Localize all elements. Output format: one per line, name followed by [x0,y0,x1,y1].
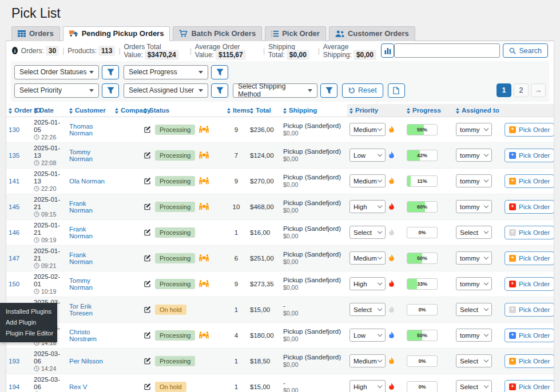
customer-link[interactable]: Thomas Norman [69,123,93,137]
col-status[interactable]: Status [141,104,225,117]
pick-order-button[interactable]: +Pick Order [505,200,554,214]
edit-order-icon[interactable] [144,126,151,133]
edit-order-icon[interactable] [144,383,151,390]
priority-select[interactable]: Medium [349,174,386,187]
col-order-id[interactable]: Order ID [6,104,31,117]
menu-item-add-plugin[interactable]: Add Plugin [0,317,57,328]
order-id-link[interactable]: 146 [9,229,19,236]
priority-select[interactable]: Select [349,226,386,239]
customer-link[interactable]: Frank Norman [69,226,93,239]
menu-item-installed-plugins[interactable]: Installed Plugins [0,306,57,317]
assigned-user-select[interactable]: Select [456,226,492,239]
edit-order-icon[interactable] [144,357,151,365]
tab-pending-pickup-orders[interactable]: Pending Pickup Orders [63,26,170,41]
next-page-button[interactable]: → [531,83,546,97]
customer-link[interactable]: Rex V [69,383,87,390]
pick-order-button[interactable]: +Pick Order [505,329,554,342]
customer-link[interactable]: Ola Norman [69,178,105,185]
edit-order-icon[interactable] [144,331,151,339]
priority-select[interactable]: Medium [349,354,386,367]
col-shipping[interactable]: Shipping [281,104,347,117]
select-priority-select[interactable]: Select Priority [14,83,99,98]
pick-order-button[interactable]: +Pick Order [505,226,554,239]
filter-apply-button[interactable] [211,65,228,79]
select-progress-select[interactable]: Select Progress [124,65,208,79]
pick-order-button[interactable]: +Pick Order [505,123,554,137]
assigned-user-select[interactable]: tommy [456,123,492,136]
col-company[interactable]: Company [113,104,141,117]
order-id-link[interactable]: 193 [9,358,19,365]
col-priority[interactable]: Priority [347,104,404,117]
assigned-user-select[interactable]: tommy [456,149,492,162]
customer-link[interactable]: Tommy Norman [69,149,93,162]
search-button[interactable]: Search [503,43,548,58]
edit-order-icon[interactable] [144,177,151,185]
chart-button[interactable] [381,43,394,58]
col-customer[interactable]: Customer [67,104,113,117]
priority-select[interactable]: Low [349,329,386,342]
assigned-user-select[interactable]: Select [456,380,492,392]
export-button[interactable] [388,83,405,98]
edit-order-icon[interactable] [144,229,151,236]
assigned-user-select[interactable]: tommy [456,277,492,290]
search-input[interactable] [394,43,500,58]
priority-select[interactable]: High [349,200,386,213]
edit-order-icon[interactable] [144,254,151,262]
pick-order-button[interactable]: +Pick Order [505,174,554,188]
edit-order-icon[interactable] [144,203,151,210]
tab-customer-orders[interactable]: Customer Orders [329,26,415,41]
tab-pick-order[interactable]: Pick Order [265,26,326,41]
priority-select[interactable]: Medium [349,251,386,265]
pick-order-button[interactable]: +Pick Order [505,277,554,291]
customer-link[interactable]: Tor Erik Toresen [69,303,93,317]
page-button-2[interactable]: 2 [514,83,529,97]
priority-select[interactable]: Medium [349,123,386,136]
customer-link[interactable]: Frank Norman [69,251,93,265]
priority-select[interactable]: High [349,380,386,392]
assigned-user-select[interactable]: tommy [456,251,492,265]
pick-order-button[interactable]: +Pick Order [505,380,554,392]
order-id-link[interactable]: 147 [9,255,19,262]
assigned-user-select[interactable]: tommy [456,329,492,342]
edit-order-icon[interactable] [144,280,151,287]
customer-link[interactable]: Tommy Norman [69,277,93,291]
select-order-statuses-select[interactable]: Select Order Statuses [14,65,99,79]
col-items[interactable]: Items [225,104,248,117]
customer-link[interactable]: Frank Norman [69,200,93,214]
reset-filters-button[interactable]: Reset [342,83,383,98]
pick-order-button[interactable]: +Pick Order [505,303,554,317]
edit-order-icon[interactable] [144,306,151,313]
order-id-link[interactable]: 141 [9,178,19,185]
order-id-link[interactable]: 145 [9,203,19,210]
col-total[interactable]: Total [248,104,281,117]
pick-order-button[interactable]: +Pick Order [505,251,554,265]
filter-apply-button[interactable] [102,83,119,98]
col-assigned-to[interactable]: Assigned to [454,104,502,117]
page-button-1[interactable]: 1 [497,83,511,97]
filter-apply-button[interactable] [102,65,119,79]
tab-orders[interactable]: Orders [11,26,60,41]
order-id-link[interactable]: 135 [9,152,19,159]
priority-select[interactable]: Low [349,149,386,162]
filter-apply-button[interactable] [320,83,337,98]
priority-select[interactable]: Select [349,303,386,316]
select-shipping-method-select[interactable]: Select Shipping Method [233,83,317,98]
pick-order-button[interactable]: +Pick Order [505,354,554,368]
menu-item-plugin-file-editor[interactable]: Plugin File Editor [0,328,57,339]
col-progress[interactable]: Progress [404,104,454,117]
order-id-link[interactable]: 130 [9,126,19,133]
customer-link[interactable]: Per Nilsson [69,358,103,365]
tab-batch-pick-orders[interactable]: Batch Pick Orders [173,26,262,41]
col-date[interactable]: Date [31,104,67,117]
priority-select[interactable]: High [349,277,386,290]
order-id-link[interactable]: 150 [9,281,19,287]
assigned-user-select[interactable]: Select [456,303,492,316]
customer-link[interactable]: Christo Norstrøm [69,329,97,342]
order-id-link[interactable]: 194 [9,383,19,390]
assigned-user-select[interactable]: tommy [456,200,492,213]
edit-order-icon[interactable] [144,151,151,159]
assigned-user-select[interactable]: Select [456,354,492,367]
select-assigned-user-select[interactable]: Select Assigned User [124,83,208,98]
filter-apply-button[interactable] [211,83,228,98]
pick-order-button[interactable]: +Pick Order [505,149,554,162]
